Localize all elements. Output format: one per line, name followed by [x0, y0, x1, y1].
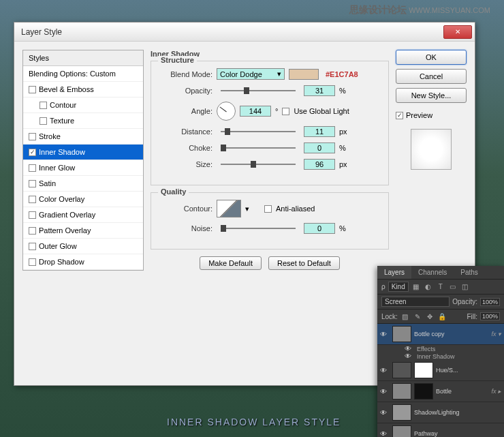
layer-row[interactable]: 👁 Bottle copy fx ▾: [377, 324, 504, 345]
dialog-actions: OK Cancel New Style... Preview: [396, 50, 467, 271]
filter-adjust-icon[interactable]: ◐: [424, 282, 433, 292]
fx-badge[interactable]: fx ▾: [491, 331, 501, 337]
choke-slider[interactable]: [221, 147, 296, 149]
contour-picker[interactable]: [217, 200, 241, 217]
opacity-slider[interactable]: [221, 90, 296, 91]
angle-input[interactable]: 144: [240, 106, 271, 117]
dialog-title: Layer Style: [21, 27, 443, 37]
visibility-icon[interactable]: 👁: [380, 388, 390, 395]
cancel-button[interactable]: Cancel: [396, 69, 467, 84]
layers-panel: Layers Channels Paths ρ Kind ▦ ◐ T ▭ ◫ S…: [377, 266, 504, 437]
kind-select[interactable]: Kind: [388, 282, 409, 292]
visibility-icon[interactable]: 👁: [380, 409, 390, 417]
blend-mode-select[interactable]: Color Dodge▾: [217, 68, 285, 80]
size-slider[interactable]: [221, 164, 296, 165]
noise-slider[interactable]: [221, 228, 296, 229]
blend-mode-select[interactable]: Screen: [381, 297, 450, 307]
choke-input[interactable]: 0: [304, 142, 335, 153]
settings-panel: Inner Shadow Structure Blend Mode: Color…: [151, 50, 389, 271]
opacity-input[interactable]: 31: [304, 85, 335, 96]
style-inner-glow[interactable]: Inner Glow: [23, 160, 143, 176]
reset-default-button[interactable]: Reset to Default: [268, 256, 340, 270]
titlebar[interactable]: Layer Style ✕: [14, 22, 475, 42]
visibility-icon[interactable]: 👁: [380, 430, 390, 438]
mask-thumbnail[interactable]: [414, 383, 433, 400]
caption: INNER SHADOW LAYER STYLE: [167, 417, 341, 427]
noise-input[interactable]: 0: [304, 223, 335, 234]
lock-all-icon[interactable]: 🔒: [437, 312, 447, 321]
ok-button[interactable]: OK: [396, 50, 467, 65]
fill-value[interactable]: 100%: [480, 312, 500, 320]
checkbox[interactable]: [29, 211, 36, 219]
effect-inner-shadow[interactable]: 👁Inner Shadow: [377, 352, 504, 360]
distance-input[interactable]: 11: [304, 126, 335, 137]
style-gradient-overlay[interactable]: Gradient Overlay: [23, 207, 143, 223]
filter-shape-icon[interactable]: ▭: [448, 282, 458, 292]
preview-thumbnail: [411, 129, 452, 170]
layer-row[interactable]: 👁 Pathway: [377, 423, 504, 437]
checkbox[interactable]: [29, 258, 36, 266]
style-satin[interactable]: Satin: [23, 176, 143, 192]
style-outer-glow[interactable]: Outer Glow: [23, 239, 143, 254]
layer-row[interactable]: 👁 Hue/S...: [377, 360, 504, 381]
style-contour[interactable]: Contour: [23, 97, 143, 113]
checkbox[interactable]: [29, 227, 36, 235]
global-light-checkbox[interactable]: [282, 108, 289, 115]
layer-thumbnail[interactable]: [392, 425, 411, 437]
checkbox[interactable]: [40, 117, 47, 125]
make-default-button[interactable]: Make Default: [200, 256, 262, 270]
layer-thumbnail[interactable]: [392, 404, 411, 421]
checkbox[interactable]: [29, 243, 36, 250]
layer-row[interactable]: 👁 Bottle fx ▸: [377, 381, 504, 402]
checkbox[interactable]: [29, 164, 36, 172]
chevron-down-icon[interactable]: ▾: [245, 205, 249, 213]
size-input[interactable]: 96: [304, 159, 335, 170]
style-drop-shadow[interactable]: Drop Shadow: [23, 254, 143, 270]
close-button[interactable]: ✕: [443, 25, 472, 39]
style-color-overlay[interactable]: Color Overlay: [23, 192, 143, 207]
style-bevel[interactable]: Bevel & Emboss: [23, 82, 143, 97]
checkbox[interactable]: [29, 180, 36, 187]
mask-thumbnail[interactable]: [414, 362, 433, 378]
styles-list: Styles Blending Options: Custom Bevel & …: [22, 50, 144, 271]
filter-pixel-icon[interactable]: ▦: [411, 282, 421, 292]
checkbox[interactable]: [29, 196, 36, 203]
layer-thumbnail[interactable]: [392, 326, 411, 342]
styles-header[interactable]: Styles: [23, 50, 143, 66]
style-stroke[interactable]: Stroke: [23, 129, 143, 145]
visibility-icon[interactable]: 👁: [380, 367, 390, 374]
checkbox[interactable]: [29, 86, 36, 93]
adjustment-thumbnail[interactable]: [392, 362, 411, 378]
blending-options[interactable]: Blending Options: Custom: [23, 66, 143, 82]
filter-smart-icon[interactable]: ◫: [460, 282, 470, 292]
layer-row[interactable]: 👁 Shadow/Lighting: [377, 402, 504, 423]
new-style-button[interactable]: New Style...: [396, 88, 467, 103]
filter-type-icon[interactable]: T: [436, 282, 445, 292]
watermark: 思缘设计论坛 WWW.MISSYUAN.COM: [349, 4, 490, 16]
opacity-value[interactable]: 100%: [480, 298, 500, 306]
checkbox[interactable]: [29, 149, 36, 156]
lock-position-icon[interactable]: ✥: [425, 312, 435, 321]
style-pattern-overlay[interactable]: Pattern Overlay: [23, 223, 143, 239]
layer-thumbnail[interactable]: [392, 383, 411, 400]
style-texture[interactable]: Texture: [23, 113, 143, 129]
tab-paths[interactable]: Paths: [454, 266, 485, 279]
style-inner-shadow[interactable]: Inner Shadow: [23, 145, 143, 160]
checkbox[interactable]: [29, 133, 36, 140]
blend-mode-label: Blend Mode:: [161, 70, 212, 78]
fx-badge[interactable]: fx ▸: [491, 388, 501, 395]
checkbox[interactable]: [40, 102, 47, 109]
visibility-icon[interactable]: 👁: [380, 331, 390, 338]
lock-paint-icon[interactable]: ✎: [413, 312, 422, 321]
preview-checkbox[interactable]: [396, 112, 403, 119]
effects-label[interactable]: 👁Effects: [377, 345, 504, 352]
angle-dial[interactable]: [217, 102, 236, 121]
chevron-down-icon: ▾: [277, 70, 281, 78]
color-swatch[interactable]: [289, 69, 319, 80]
distance-slider[interactable]: [221, 131, 296, 132]
antialias-checkbox[interactable]: [264, 205, 272, 213]
tab-channels[interactable]: Channels: [411, 266, 454, 279]
structure-group: Structure Blend Mode: Color Dodge▾ #E1C7…: [151, 61, 389, 185]
tab-layers[interactable]: Layers: [377, 266, 411, 279]
lock-transparency-icon[interactable]: ▨: [400, 312, 410, 321]
